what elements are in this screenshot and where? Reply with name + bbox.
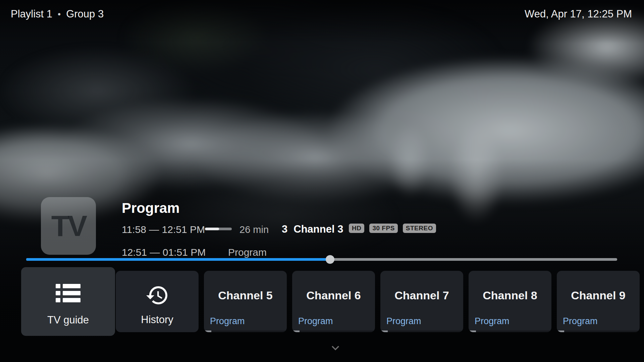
- more-channels-button[interactable]: [327, 341, 343, 355]
- channel-number: 3: [282, 223, 287, 235]
- next-program-title: Program: [228, 247, 267, 258]
- playlist-name: Playlist 1: [11, 8, 52, 20]
- program-mini-progress: [205, 228, 232, 230]
- channel-card[interactable]: Channel 6 Program: [292, 271, 375, 332]
- channel-card-name: Channel 5: [204, 289, 287, 302]
- channel-card[interactable]: Channel 7 Program: [380, 271, 463, 332]
- menu-item-history[interactable]: History: [116, 271, 199, 332]
- history-icon: [145, 283, 169, 308]
- channel-card[interactable]: Channel 8 Program: [469, 271, 551, 332]
- seekbar[interactable]: [26, 257, 617, 262]
- player-screen: Playlist 1 • Group 3 Wed, Apr 17, 12:25 …: [0, 0, 644, 362]
- channel-card-progress: [380, 330, 463, 332]
- channel-card-name: Channel 9: [557, 289, 640, 302]
- current-program-time-range: 11:58 — 12:51 PM: [122, 224, 205, 235]
- seekbar-fill: [26, 258, 330, 261]
- channel-card[interactable]: Channel 9 Program: [557, 271, 640, 332]
- channel-card-program: Program: [563, 316, 598, 326]
- channel-card-name: Channel 6: [292, 289, 375, 302]
- next-program-time-range: 12:51 — 01:51 PM: [122, 247, 206, 258]
- separator-dot: •: [58, 9, 61, 19]
- channel-card[interactable]: Channel 5 Program: [204, 271, 287, 332]
- hd-badge: HD: [349, 224, 364, 233]
- channel-card-progress: [204, 330, 287, 332]
- channel-card-program: Program: [298, 316, 333, 326]
- menu-item-label: History: [141, 314, 173, 326]
- clock: Wed, Apr 17, 12:25 PM: [525, 8, 632, 20]
- program-title: Program: [122, 200, 180, 216]
- chevron-down-icon: [328, 341, 343, 355]
- seekbar-handle[interactable]: [326, 255, 334, 264]
- menu-item-label: TV guide: [47, 314, 89, 326]
- stereo-badge: STEREO: [403, 224, 436, 233]
- channel-card-progress: [292, 330, 375, 332]
- channel-card-program: Program: [475, 316, 509, 326]
- channel-card-name: Channel 7: [380, 289, 463, 302]
- channel-card-progress: [557, 330, 640, 332]
- channel-card-progress: [469, 330, 551, 332]
- stream-badges: HD 30 FPS STEREO: [349, 224, 436, 233]
- channel-card-program: Program: [210, 316, 245, 326]
- channel-info: 3 Channel 3: [282, 223, 343, 235]
- channel-name: Channel 3: [293, 223, 343, 235]
- channel-logo-text: TV: [51, 209, 86, 243]
- group-name: Group 3: [66, 8, 104, 20]
- channel-card-program: Program: [386, 316, 421, 326]
- channel-card-name: Channel 8: [469, 289, 551, 302]
- playlist-group-label[interactable]: Playlist 1 • Group 3: [11, 8, 104, 20]
- menu-item-tv-guide[interactable]: TV guide: [21, 267, 115, 336]
- program-mini-progress-fill: [205, 228, 219, 230]
- channel-logo: TV: [41, 197, 96, 255]
- tv-guide-icon: [56, 283, 80, 303]
- fps-badge: 30 FPS: [369, 224, 397, 233]
- remaining-time: 26 min: [239, 224, 269, 235]
